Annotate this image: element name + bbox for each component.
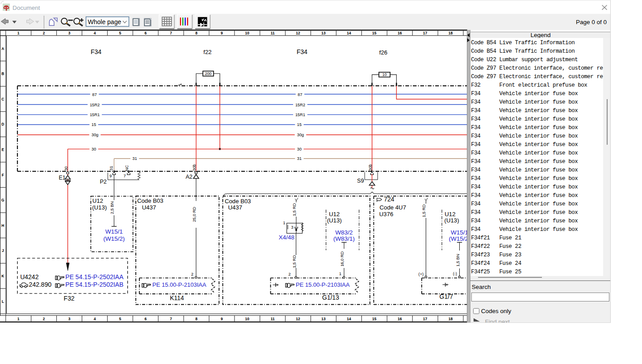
- svg-text:G1/13: G1/13: [322, 294, 339, 301]
- svg-text:1: 1: [339, 272, 341, 276]
- svg-text:PE 54.15-P-2502IAB: PE 54.15-P-2502IAB: [65, 281, 123, 288]
- svg-text:8: 8: [195, 31, 197, 35]
- svg-text:4: 4: [94, 31, 96, 35]
- svg-text:15R1: 15R1: [90, 113, 100, 117]
- svg-text:(U13): (U13): [445, 217, 459, 224]
- svg-text:3: 3: [291, 225, 294, 230]
- svg-text:31: 31: [109, 166, 113, 171]
- svg-text:5: 5: [119, 31, 122, 35]
- svg-text:NC: NC: [125, 165, 129, 171]
- svg-text:L: L: [2, 299, 4, 304]
- svg-text:(+): (+): [419, 272, 424, 276]
- svg-text:F34: F34: [91, 48, 101, 55]
- svg-text:15: 15: [297, 122, 302, 127]
- svg-text:W15/1: W15/1: [451, 229, 467, 236]
- svg-text:30b: 30b: [192, 164, 197, 171]
- svg-text:E: E: [1, 147, 4, 152]
- svg-text:1,5 RD: 1,5 RD: [422, 204, 426, 217]
- svg-text:(U13): (U13): [92, 204, 107, 211]
- svg-text:31: 31: [297, 156, 302, 161]
- svg-text:U12: U12: [445, 211, 455, 218]
- svg-text:30b: 30b: [368, 164, 373, 171]
- svg-text:F34: F34: [297, 48, 307, 55]
- svg-text:B: B: [1, 71, 4, 76]
- svg-text:2: 2: [191, 272, 193, 276]
- svg-text:D: D: [1, 122, 4, 126]
- svg-text:11: 11: [271, 317, 275, 321]
- svg-text:31: 31: [132, 156, 137, 161]
- svg-text:242.890: 242.890: [29, 281, 52, 288]
- svg-text:9: 9: [109, 174, 112, 178]
- svg-text:U4242: U4242: [20, 273, 38, 280]
- svg-text:7: 7: [170, 31, 172, 35]
- svg-text:Page 0 of 0: Page 0 of 0: [576, 19, 607, 25]
- svg-text:17: 17: [423, 31, 428, 35]
- svg-text:F32: F32: [64, 295, 75, 302]
- svg-text:10: 10: [245, 31, 250, 35]
- svg-text:9: 9: [221, 317, 223, 321]
- svg-text:Code B03: Code B03: [225, 198, 251, 205]
- svg-text:15: 15: [92, 122, 96, 127]
- svg-text:6: 6: [144, 317, 147, 321]
- svg-text:Code B03: Code B03: [137, 197, 164, 204]
- svg-text:2: 2: [43, 317, 45, 321]
- svg-text:A2: A2: [185, 174, 192, 180]
- svg-text:2,5 BN: 2,5 BN: [110, 201, 114, 214]
- svg-text:f26: f26: [379, 49, 387, 56]
- svg-text:(W15/2): (W15/2): [103, 235, 125, 242]
- svg-text:15R1: 15R1: [295, 113, 305, 117]
- svg-text:87: 87: [298, 92, 302, 97]
- svg-text:18: 18: [449, 317, 453, 321]
- svg-text:7: 7: [123, 174, 126, 178]
- svg-text:12: 12: [296, 317, 300, 321]
- svg-text:U12: U12: [329, 211, 340, 218]
- svg-text:724: 724: [384, 196, 394, 203]
- svg-text:3: 3: [68, 31, 71, 35]
- svg-text:PE 15.00-P-2103IAA: PE 15.00-P-2103IAA: [296, 281, 350, 288]
- svg-text:5: 5: [119, 317, 122, 321]
- svg-text:X4/48: X4/48: [279, 234, 294, 241]
- svg-text:PE 15.00-P-2103IAA: PE 15.00-P-2103IAA: [152, 281, 206, 288]
- svg-text:Code 4U7: Code 4U7: [380, 204, 406, 211]
- svg-text:C: C: [1, 97, 4, 101]
- svg-text:E1: E1: [59, 175, 66, 181]
- svg-text:U437: U437: [228, 204, 243, 211]
- svg-text:1,5 RD: 1,5 RD: [292, 203, 297, 216]
- svg-text:30: 30: [92, 147, 96, 151]
- svg-text:16: 16: [398, 317, 402, 321]
- svg-text:1: 1: [283, 221, 285, 225]
- svg-text:G1/7: G1/7: [440, 293, 453, 300]
- svg-text:G: G: [1, 198, 4, 202]
- svg-text:P2: P2: [100, 179, 107, 185]
- svg-text:15: 15: [372, 31, 377, 35]
- svg-text:(W15/2): (W15/2): [449, 235, 467, 242]
- svg-text:14: 14: [347, 31, 351, 35]
- svg-text:6: 6: [144, 31, 147, 35]
- svg-text:J: J: [2, 248, 4, 253]
- svg-text:Find next: Find next: [485, 318, 510, 322]
- svg-text:W15/1: W15/1: [105, 228, 123, 235]
- svg-text:30: 30: [64, 166, 68, 171]
- svg-text:15: 15: [372, 317, 377, 321]
- svg-text:U376: U376: [379, 211, 394, 218]
- svg-text:H: H: [1, 223, 4, 228]
- svg-text:S9: S9: [357, 178, 364, 184]
- svg-text:3: 3: [68, 317, 71, 321]
- svg-text:14: 14: [347, 317, 351, 321]
- svg-text:1,5 BN: 1,5 BN: [456, 254, 460, 267]
- svg-text:K: K: [1, 274, 4, 278]
- svg-text:25,0 RD: 25,0 RD: [192, 207, 197, 222]
- svg-text:17: 17: [423, 317, 428, 321]
- svg-text:15R2: 15R2: [90, 103, 100, 107]
- svg-text:K114: K114: [170, 294, 184, 301]
- svg-text:1: 1: [17, 31, 20, 35]
- svg-text:16,0 RD: 16,0 RD: [340, 251, 344, 266]
- svg-text:87: 87: [92, 92, 97, 97]
- svg-text:U12: U12: [92, 197, 103, 204]
- svg-text:9: 9: [221, 31, 223, 35]
- svg-text:13: 13: [321, 31, 326, 35]
- svg-text:30: 30: [297, 147, 302, 151]
- svg-text:13: 13: [321, 317, 326, 321]
- svg-text:16: 16: [398, 31, 402, 35]
- svg-text:200: 200: [205, 71, 212, 76]
